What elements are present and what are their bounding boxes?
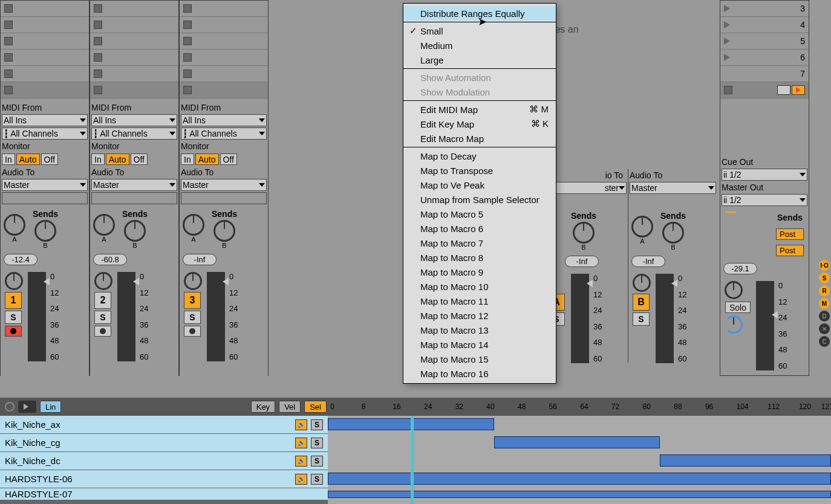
clip-slot[interactable] bbox=[90, 66, 178, 82]
menu-map-macro-14[interactable]: Map to Macro 14 bbox=[403, 337, 556, 352]
menu-map-macro-16[interactable]: Map to Macro 16 bbox=[403, 366, 556, 381]
sample-row[interactable]: Kik_Niche_dc🔊S bbox=[0, 452, 328, 470]
speaker-icon[interactable]: 🔊 bbox=[295, 438, 307, 448]
track-activator-button[interactable]: 1 bbox=[5, 292, 22, 309]
clip-slot[interactable] bbox=[90, 1, 178, 17]
send-b-knob[interactable] bbox=[34, 220, 56, 242]
volume-fader[interactable] bbox=[28, 272, 46, 361]
monitor-off-button[interactable]: Off bbox=[131, 153, 148, 165]
post-button-b[interactable]: Post bbox=[776, 245, 804, 256]
m-icon[interactable]: M bbox=[819, 298, 830, 309]
playhead[interactable] bbox=[411, 416, 414, 504]
monitor-off-button[interactable]: Off bbox=[41, 153, 58, 165]
volume-readout[interactable]: -Inf bbox=[631, 256, 665, 267]
pan-knob[interactable] bbox=[5, 272, 23, 290]
menu-map-macro-13[interactable]: Map to Macro 13 bbox=[403, 323, 556, 337]
clip-slot[interactable] bbox=[180, 66, 268, 82]
clip-slot[interactable] bbox=[180, 50, 268, 66]
sel-button[interactable]: Sel bbox=[304, 401, 327, 413]
velocity-range-bar[interactable] bbox=[660, 454, 831, 467]
master-out-dropdown[interactable]: ii 1/2 bbox=[722, 194, 807, 206]
volume-fader[interactable] bbox=[756, 281, 774, 370]
pan-knob[interactable] bbox=[633, 274, 651, 292]
key-button[interactable]: Key bbox=[251, 401, 275, 413]
clip-slot[interactable] bbox=[1, 66, 89, 82]
midi-channel-dropdown[interactable]: ┇ All Channels bbox=[2, 128, 88, 140]
solo-button[interactable]: S bbox=[184, 311, 201, 324]
velocity-range-bar[interactable] bbox=[328, 491, 831, 498]
r-icon[interactable]: R bbox=[819, 285, 830, 296]
midi-input-dropdown[interactable]: All Ins bbox=[181, 114, 267, 126]
send-a-knob[interactable] bbox=[4, 214, 25, 236]
c-icon[interactable]: C bbox=[819, 336, 830, 347]
solo-icon[interactable]: S bbox=[311, 438, 323, 448]
sample-row[interactable]: HARDSTYLE-07 bbox=[0, 488, 328, 500]
solo-button[interactable]: S bbox=[94, 311, 111, 324]
volume-fader[interactable] bbox=[117, 272, 135, 361]
send-a-knob[interactable] bbox=[93, 214, 115, 236]
send-b-knob[interactable] bbox=[124, 220, 146, 242]
scene-slot[interactable]: 3 bbox=[720, 1, 809, 17]
sub-output-dropdown[interactable] bbox=[2, 192, 88, 204]
clip-slot[interactable] bbox=[180, 1, 268, 17]
pan-knob[interactable] bbox=[94, 272, 112, 290]
send-a-knob[interactable] bbox=[183, 214, 204, 236]
clip-slot[interactable] bbox=[1, 33, 89, 50]
volume-readout[interactable]: -Inf bbox=[183, 254, 217, 265]
volume-fader[interactable] bbox=[656, 274, 674, 363]
audio-output-dropdown[interactable]: Master bbox=[630, 182, 716, 194]
solo-button[interactable]: S bbox=[633, 312, 650, 326]
audio-output-dropdown[interactable]: Master bbox=[91, 179, 177, 191]
d-icon[interactable]: D bbox=[819, 311, 830, 321]
monitor-in-button[interactable]: In bbox=[91, 153, 105, 165]
monitor-in-button[interactable]: In bbox=[2, 153, 15, 165]
clip-slot[interactable] bbox=[90, 17, 178, 33]
clip-slot[interactable] bbox=[1, 17, 89, 33]
velocity-range-bar[interactable] bbox=[494, 436, 660, 448]
solo-icon[interactable]: S bbox=[311, 474, 323, 485]
clip-slot[interactable] bbox=[180, 82, 268, 99]
arm-button[interactable] bbox=[184, 326, 201, 337]
play-button[interactable] bbox=[18, 401, 36, 413]
arm-button[interactable] bbox=[94, 326, 111, 337]
solo-button[interactable]: Solo bbox=[725, 302, 751, 313]
track-activator-button[interactable]: 2 bbox=[94, 292, 111, 309]
cue-out-dropdown[interactable]: ii 1/2 bbox=[722, 169, 807, 181]
midi-input-dropdown[interactable]: All Ins bbox=[91, 114, 177, 126]
menu-map-decay[interactable]: Map to Decay bbox=[403, 149, 556, 163]
menu-size-medium[interactable]: Medium bbox=[403, 38, 556, 53]
clip-slot[interactable] bbox=[90, 50, 178, 66]
monitor-auto-button[interactable]: Auto bbox=[195, 153, 219, 165]
monitor-auto-button[interactable]: Auto bbox=[106, 153, 129, 165]
volume-readout[interactable]: -60.8 bbox=[93, 254, 127, 265]
arm-button[interactable] bbox=[5, 326, 22, 337]
cue-knob[interactable] bbox=[725, 315, 743, 334]
menu-map-transpose[interactable]: Map to Transpose bbox=[403, 163, 556, 178]
scene-slot[interactable]: 4 bbox=[720, 17, 809, 33]
volume-fader[interactable] bbox=[207, 272, 225, 361]
menu-map-macro-7[interactable]: Map to Macro 7 bbox=[403, 236, 556, 250]
clip-slot[interactable] bbox=[1, 1, 89, 17]
send-b-knob[interactable] bbox=[573, 222, 595, 244]
menu-edit-macro-map[interactable]: Edit Macro Map bbox=[403, 131, 556, 146]
volume-readout[interactable]: -29.1 bbox=[723, 263, 757, 274]
scene-slot[interactable]: 7 bbox=[720, 66, 809, 82]
menu-map-vepeak[interactable]: Map to Ve Peak bbox=[403, 178, 556, 192]
velocity-zone-editor[interactable] bbox=[328, 416, 831, 504]
clip-slot[interactable] bbox=[1, 50, 89, 66]
speaker-icon[interactable]: 🔊 bbox=[295, 474, 307, 485]
audio-output-dropdown[interactable]: Master bbox=[181, 179, 267, 191]
volume-readout[interactable]: -12.4 bbox=[4, 254, 37, 265]
monitor-off-button[interactable]: Off bbox=[220, 153, 237, 165]
menu-unmap-sample-selector[interactable]: Unmap from Sample Selector bbox=[403, 192, 556, 207]
monitor-auto-button[interactable]: Auto bbox=[16, 153, 40, 165]
x-icon[interactable]: ✕ bbox=[819, 323, 830, 334]
clip-slot[interactable] bbox=[1, 82, 89, 99]
solo-icon[interactable]: S bbox=[311, 419, 323, 430]
vel-button[interactable]: Vel bbox=[279, 401, 301, 413]
arrangement-play-icon[interactable] bbox=[792, 85, 805, 95]
velocity-range-bar[interactable] bbox=[328, 473, 831, 485]
menu-map-macro-10[interactable]: Map to Macro 10 bbox=[403, 279, 556, 294]
menu-edit-key-map[interactable]: Edit Key Map⌘ K bbox=[403, 117, 556, 131]
solo-icon[interactable]: S bbox=[311, 456, 323, 467]
